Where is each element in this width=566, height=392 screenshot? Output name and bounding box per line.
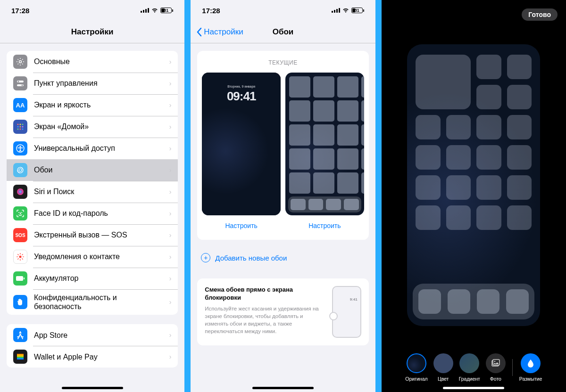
chevron-right-icon: ›	[169, 188, 172, 196]
chevron-right-icon: ›	[169, 101, 172, 109]
svg-point-0	[19, 61, 22, 63]
info-card: Смена обоев прямо с экрана блокировки Ис…	[197, 278, 368, 345]
customize-home-button[interactable]: Настроить	[300, 220, 349, 231]
toolbar-gradient-button[interactable]: Градиент	[459, 353, 480, 382]
current-wallpaper-card: ТЕКУЩИЕ Вторник, 9 января 09:41 Настроит…	[197, 51, 368, 240]
settings-row-label: Siri и Поиск	[34, 187, 163, 196]
status-indicators: 31	[141, 8, 173, 13]
wallet-icon	[13, 350, 27, 364]
settings-row-label: Обои	[34, 165, 163, 174]
settings-row-hand[interactable]: Конфиденциальность и безопасность›	[7, 289, 178, 315]
status-bar: 17:28 31	[191, 0, 375, 21]
status-time: 17:28	[202, 7, 220, 15]
toolbar-color-button[interactable]: Цвет	[433, 353, 453, 382]
settings-row-sos[interactable]: SOSЭкстренный вызов — SOS›	[7, 224, 178, 246]
settings-row-label: Экран и яркость	[34, 100, 163, 109]
settings-row-AA[interactable]: AAЭкран и яркость›	[7, 94, 178, 116]
plus-circle-icon: +	[201, 253, 210, 262]
settings-row-faceid[interactable]: Face ID и код-пароль›	[7, 203, 178, 224]
chevron-right-icon: ›	[169, 275, 172, 282]
settings-row-accessibility[interactable]: Универсальный доступ›	[7, 138, 178, 159]
home-indicator[interactable]	[443, 387, 504, 389]
toolbar-separator	[512, 359, 513, 376]
svg-line-27	[17, 254, 18, 255]
color-icon	[433, 353, 453, 373]
chevron-right-icon: ›	[169, 298, 172, 306]
faceid-icon	[13, 206, 27, 220]
add-wallpaper-button[interactable]: + Добавить новые обои	[197, 246, 368, 269]
settings-row-label: Экран «Домой»	[34, 122, 163, 131]
sos-icon: SOS	[13, 228, 27, 242]
svg-point-11	[22, 126, 24, 128]
info-title: Смена обоев прямо с экрана блокировки	[205, 286, 325, 302]
settings-row-label: Универсальный доступ	[34, 144, 163, 153]
gear-icon	[13, 55, 27, 69]
back-label: Настройки	[204, 27, 243, 37]
settings-row-appstore[interactable]: App Store›	[7, 324, 178, 346]
nav-header: Настройки	[0, 21, 184, 43]
homescreen-preview[interactable]	[285, 73, 364, 215]
settings-row-label: Уведомления о контакте	[34, 252, 163, 261]
settings-screen: 17:28 31 Настройки Основные›Пункт управл…	[0, 0, 184, 392]
home-indicator[interactable]	[62, 387, 123, 389]
svg-rect-39	[493, 359, 499, 365]
wifi-icon	[151, 8, 158, 13]
cellular-icon	[141, 8, 149, 13]
svg-line-28	[22, 259, 23, 260]
info-illustration	[332, 286, 361, 338]
svg-rect-37	[17, 358, 24, 359]
svg-line-30	[22, 254, 23, 255]
blur-icon	[521, 353, 541, 373]
svg-rect-36	[17, 357, 24, 358]
settings-row-wallpaper[interactable]: Обои›	[7, 159, 178, 181]
chevron-right-icon: ›	[169, 80, 172, 87]
svg-rect-31	[16, 276, 23, 281]
settings-row-gear[interactable]: Основные›	[7, 51, 178, 73]
customize-lock-button[interactable]: Настроить	[216, 220, 266, 231]
settings-group: Основные›Пункт управления›AAЭкран и ярко…	[7, 51, 178, 315]
info-description: Используйте жест касания и удерживания н…	[205, 305, 325, 335]
svg-rect-35	[17, 355, 24, 357]
widget-placeholder	[416, 55, 471, 109]
svg-point-10	[20, 126, 21, 128]
lockscreen-preview[interactable]: Вторник, 9 января 09:41	[202, 73, 281, 215]
settings-row-label: Аккумулятор	[34, 274, 163, 283]
svg-point-2	[18, 81, 19, 82]
homescreen-large-preview[interactable]	[407, 44, 540, 326]
switches-icon	[13, 76, 27, 90]
settings-content[interactable]: Основные›Пункт управления›AAЭкран и ярко…	[0, 43, 184, 392]
svg-point-22	[19, 256, 22, 258]
settings-row-battery[interactable]: Аккумулятор›	[7, 268, 178, 289]
exposure-icon	[13, 250, 27, 264]
svg-rect-34	[17, 354, 24, 355]
toolbar-original-button[interactable]: Оригинал	[405, 353, 427, 382]
chevron-right-icon: ›	[169, 210, 172, 217]
gradient-icon	[459, 353, 479, 373]
svg-point-9	[17, 126, 19, 128]
wallpaper-editor-screen: Готово Оригинал Цвет Градиент	[382, 0, 566, 392]
svg-point-16	[20, 146, 21, 147]
grid-icon	[13, 120, 27, 134]
settings-row-label: Экстренный вызов — SOS	[34, 230, 163, 239]
toolbar-blur-button[interactable]: Размытие	[519, 353, 542, 382]
original-icon	[407, 353, 426, 373]
svg-point-21	[21, 212, 22, 213]
svg-point-17	[19, 169, 22, 172]
chevron-right-icon: ›	[169, 166, 172, 174]
wallpaper-content[interactable]: ТЕКУЩИЕ Вторник, 9 января 09:41 Настроит…	[191, 43, 375, 392]
home-indicator[interactable]	[252, 387, 314, 389]
settings-row-siri[interactable]: Siri и Поиск›	[7, 181, 178, 203]
settings-row-switches[interactable]: Пункт управления›	[7, 73, 178, 94]
svg-point-7	[20, 124, 21, 125]
settings-row-wallet[interactable]: Wallet и Apple Pay›	[7, 346, 178, 368]
settings-row-grid[interactable]: Экран «Домой»›	[7, 116, 178, 138]
svg-rect-32	[24, 278, 25, 279]
status-bar: 17:28 31	[0, 0, 184, 21]
back-button[interactable]: Настройки	[196, 27, 243, 37]
toolbar-photo-button[interactable]: Фото	[486, 353, 506, 382]
nav-header: Настройки Обои	[191, 21, 375, 43]
done-button[interactable]: Готово	[522, 8, 558, 21]
settings-row-exposure[interactable]: Уведомления о контакте›	[7, 246, 178, 268]
svg-point-40	[494, 361, 495, 362]
chevron-right-icon: ›	[169, 145, 172, 152]
